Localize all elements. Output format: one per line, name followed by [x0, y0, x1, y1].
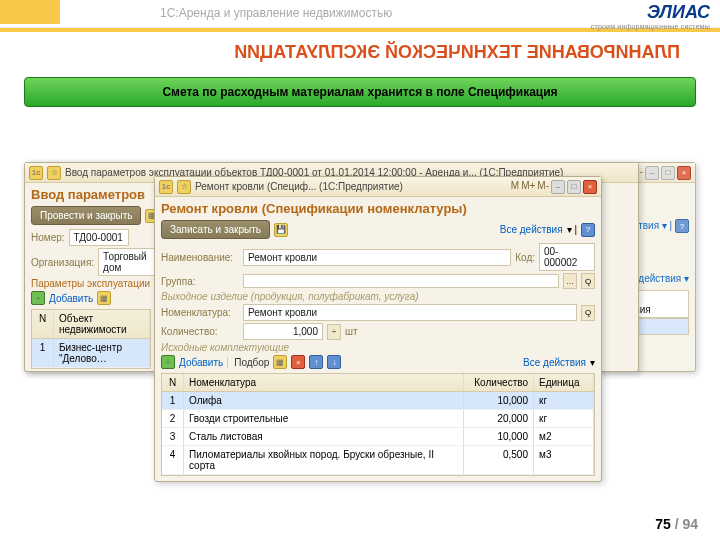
maximize-icon[interactable]: □ — [567, 180, 581, 194]
code-field[interactable]: 00-000002 — [539, 243, 595, 271]
m-minus-button[interactable]: M- — [537, 180, 549, 194]
front-heading: Ремонт кровли (Спецификации номенклатуры… — [161, 201, 595, 216]
group-label: Группа: — [161, 276, 239, 287]
output-label: Выходное изделие (продукция, полуфабрика… — [161, 291, 595, 302]
number-field[interactable]: ТД00-0001 — [69, 229, 129, 246]
number-label: Номер: — [31, 232, 65, 243]
close-icon[interactable]: × — [677, 166, 691, 180]
col-name: Номенклатура — [184, 374, 464, 391]
page-current: 75 — [655, 516, 671, 532]
close-icon[interactable]: × — [583, 180, 597, 194]
slide-title: ПЛАНИРОВАНИЕ ТЕХНИЧЕСКОЙ ЭКСПЛУАТАЦИИ — [0, 32, 720, 69]
star-icon[interactable]: ☆ — [177, 180, 191, 194]
minimize-icon[interactable]: – — [645, 166, 659, 180]
select-button[interactable]: Подбор — [227, 357, 269, 368]
top-bar: 1С:Аренда и управление недвижимостью ЭЛИ… — [0, 0, 720, 28]
save-icon[interactable]: 💾 — [274, 223, 288, 237]
maximize-icon[interactable]: □ — [661, 166, 675, 180]
components-label: Исходные комплектующие — [161, 342, 595, 353]
corner-decor — [0, 0, 60, 24]
table-row[interactable]: 2 Гвозди строительные 20,000 кг — [162, 410, 594, 428]
m-button[interactable]: M — [511, 180, 519, 194]
col-unit: Единица — [534, 374, 594, 391]
logo: ЭЛИАС строим информационные системы — [591, 2, 710, 30]
copy-icon[interactable]: ▦ — [273, 355, 287, 369]
nomen-open-icon[interactable]: Q — [581, 305, 595, 321]
table-row[interactable]: 3 Сталь листовая 10,000 м2 — [162, 428, 594, 446]
save-close-button[interactable]: Провести и закрыть — [31, 206, 141, 225]
add-icon[interactable]: + — [31, 291, 45, 305]
info-bar: Смета по расходным материалам хранится в… — [24, 77, 696, 107]
add-button[interactable]: Добавить — [179, 357, 223, 368]
group-open-icon[interactable]: Q — [581, 273, 595, 289]
app-title: 1С:Аренда и управление недвижимостью — [160, 6, 392, 20]
star-icon[interactable]: ☆ — [47, 166, 61, 180]
minimize-icon[interactable]: – — [551, 180, 565, 194]
row-n: 1 — [32, 339, 54, 367]
code-label: Код: — [515, 252, 535, 263]
delete-icon[interactable]: × — [291, 355, 305, 369]
help-icon[interactable]: ? — [675, 219, 689, 233]
org-label: Организация: — [31, 257, 94, 268]
row-object: Бизнес-центр "Делово… — [54, 339, 150, 367]
app-icon: 1c — [159, 180, 173, 194]
name-label: Наименование: — [161, 252, 239, 263]
col-n: N — [32, 310, 54, 338]
components-grid: N Номенклатура Количество Единица 1 Олиф… — [161, 373, 595, 476]
qty-step-icon[interactable]: ÷ — [327, 324, 341, 340]
qty-unit: шт — [345, 326, 358, 337]
up-icon[interactable]: ↑ — [309, 355, 323, 369]
page-number: 75 / 94 — [655, 516, 698, 532]
all-actions-link[interactable]: Все действия — [500, 224, 563, 235]
table-row[interactable]: 1 Олифа 10,000 кг — [162, 392, 594, 410]
col-object: Объект недвижимости — [54, 310, 150, 338]
down-icon[interactable]: ↓ — [327, 355, 341, 369]
group-field[interactable] — [243, 274, 559, 288]
m-plus-button[interactable]: M+ — [521, 180, 535, 194]
qty-field[interactable]: 1,000 — [243, 323, 323, 340]
save-close-button[interactable]: Записать и закрыть — [161, 220, 270, 239]
col-qty: Количество — [464, 374, 534, 391]
qty-label: Количество: — [161, 326, 239, 337]
toolbar-icon-2[interactable]: ▦ — [97, 291, 111, 305]
col-n: N — [162, 374, 184, 391]
all-actions-link-2[interactable]: Все действия — [523, 357, 586, 368]
stage: 1c ☆ M M+ M- – □ × Все действия ▾ | ? Вс… — [24, 162, 696, 492]
group-picker-icon[interactable]: … — [563, 273, 577, 289]
table-row[interactable]: 4 Пиломатериалы хвойных пород. Бруски об… — [162, 446, 594, 475]
front-window: 1c ☆ Ремонт кровли (Специф... (1С:Предпр… — [154, 176, 602, 482]
page-total: 94 — [682, 516, 698, 532]
logo-text: ЭЛИАС — [591, 2, 710, 23]
window-title: Ремонт кровли (Специф... (1С:Предприятие… — [195, 181, 507, 192]
name-field[interactable]: Ремонт кровли — [243, 249, 511, 266]
table-row[interactable]: 1 Бизнес-центр "Делово… — [32, 339, 150, 368]
add-icon[interactable]: + — [161, 355, 175, 369]
help-icon[interactable]: ? — [581, 223, 595, 237]
logo-subtitle: строим информационные системы — [591, 23, 710, 30]
nomen-label: Номенклатура: — [161, 307, 239, 318]
app-icon: 1c — [29, 166, 43, 180]
info-bar-text: Смета по расходным материалам хранится в… — [162, 85, 557, 99]
add-button[interactable]: Добавить — [49, 293, 93, 304]
nomen-field[interactable]: Ремонт кровли — [243, 304, 577, 321]
